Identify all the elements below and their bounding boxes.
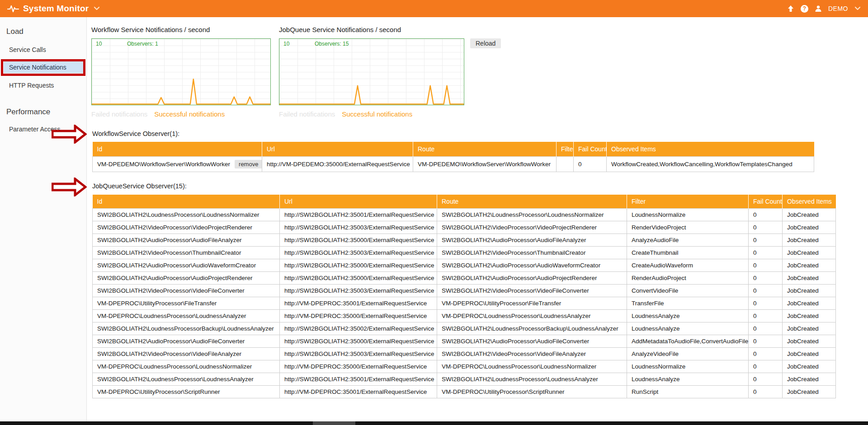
cell-observed-items: JobCreated [783,234,836,246]
up-arrow-icon[interactable] [787,5,794,12]
sidebar-item-parameter-access[interactable]: Parameter Access [9,126,61,133]
table-row: SWI2BGOLIATH2\VideoProcessor\ThumbnailCr… [93,246,836,259]
cell-filter: CreateThumbnail [627,246,749,259]
cell-id: VM-DPEPROC\LoudnessProcessor\LoudnessNor… [93,360,280,373]
sidebar-item-service-notifications[interactable]: Service Notifications [4,61,83,73]
chart-title-jobqueue: JobQueue Service Notifications / second [279,26,401,33]
table-row: SWI2BGOLIATH2\AudioProcessor\AudioWavefo… [93,259,836,271]
table-row: SWI2BGOLIATH2\VideoProcessor\VideoFileCo… [93,284,836,297]
table-row: VM-DPEPROC\UtilityProcessor\FileTransfer… [93,297,836,309]
cell-id: SWI2BGOLIATH2\AudioProcessor\AudioProjec… [93,271,280,284]
chart-legend-workflow: Failed notifications Successful notifica… [91,110,225,118]
cell-fail-count: 0 [749,246,783,259]
cell-fail-count: 0 [749,271,783,284]
cell-url: http://SWI2BGOLIATH2:35003/ExternalReque… [280,221,437,234]
remove-button[interactable]: remove [235,160,262,168]
cell-fail-count: 0 [749,385,783,398]
cell-observed-items: JobCreated [783,309,836,322]
cell-observed-items: JobCreated [783,335,836,347]
cell-observed-items: JobCreated [783,208,836,221]
column-header-id: Id [93,195,280,208]
app-menu-chevron-icon[interactable] [94,6,100,11]
workflow-observer-heading: WorkflowService Observer(1): [92,130,179,137]
cell-observed-items: JobCreated [783,360,836,373]
column-header-filter: Filter [627,195,749,208]
cell-route: SWI2BGOLIATH2\LoudnessProcessor\Loudness… [437,373,627,385]
cell-fail-count: 0 [749,309,783,322]
cell-id: VM-DPEPROC\UtilityProcessor\ScriptRunner [93,385,280,398]
cell-observed-items: JobCreated [783,347,836,360]
cell-url: http://SWI2BGOLIATH2:35003/ExternalReque… [280,284,437,297]
cell-url: http://VM-DPEPROC:35001/ExternalRequestS… [280,385,437,398]
cell-filter [557,156,574,172]
cell-filter: AnalyzeVideoFile [627,347,749,360]
sidebar-item-service-calls[interactable]: Service Calls [9,46,46,53]
app-title: System Monitor [23,4,89,14]
chart-series-plot [279,39,464,105]
sidebar-item-http-requests[interactable]: HTTP Requests [9,82,54,89]
cell-id: SWI2BGOLIATH2\AudioProcessor\AudioWavefo… [93,259,280,271]
chart-legend-jobqueue: Failed notifications Successful notifica… [279,110,412,118]
cell-filter: LoudnessNormalize [627,360,749,373]
column-header-observed-items: Observed Items [783,195,836,208]
column-header-route: Route [437,195,627,208]
cell-route: SWI2BGOLIATH2\LoudnessProcessorBackup\Lo… [437,322,627,335]
cell-id: SWI2BGOLIATH2\AudioProcessor\AudioFileAn… [93,234,280,246]
sidebar: Load Service Calls Service Notifications… [0,17,87,421]
table-row: VM-DPEPROC\UtilityProcessor\ScriptRunner… [93,385,836,398]
cell-url: http://SWI2BGOLIATH2:35000/ExternalReque… [280,259,437,271]
cell-route: SWI2BGOLIATH2\VideoProcessor\VideoFileCo… [437,284,627,297]
cell-observed-items: JobCreated [783,322,836,335]
cell-url: http://VM-DPEPROC:35000/ExternalRequestS… [280,360,437,373]
cell-url: http://VM-DPEDEMO:35000/ExternalRequestS… [262,156,413,172]
cell-observed-items: JobCreated [783,297,836,309]
chart-workflow: 10 Observers: 1 [91,38,271,105]
cell-filter: RenderAudioProject [627,271,749,284]
table-row: SWI2BGOLIATH2\VideoProcessor\VideoProjec… [93,221,836,234]
cell-route: VM-DPEPROC\LoudnessProcessor\LoudnessNor… [437,360,627,373]
pulse-icon [7,4,19,13]
cell-route: SWI2BGOLIATH2\AudioProcessor\AudioFileAn… [437,234,627,246]
cell-fail-count: 0 [749,208,783,221]
jobqueue-observer-table: IdUrlRouteFilterFail CountObserved Items… [92,195,836,398]
cell-fail-count: 0 [749,234,783,246]
horizontal-scrollbar[interactable] [0,421,868,425]
column-header-fail-count: Fail Count [574,142,607,156]
table-row: SWI2BGOLIATH2\AudioProcessor\AudioFileCo… [93,335,836,347]
user-name[interactable]: DEMO [828,5,848,12]
horizontal-scrollbar-thumb[interactable] [313,421,355,425]
cell-route: SWI2BGOLIATH2\LoudnessProcessor\Loudness… [437,208,627,221]
cell-route: SWI2BGOLIATH2\VideoProcessor\VideoFileAn… [437,347,627,360]
cell-url: http://SWI2BGOLIATH2:35003/ExternalReque… [280,246,437,259]
cell-url: http://VM-DPEPROC:35000/ExternalRequestS… [280,309,437,322]
cell-id: SWI2BGOLIATH2\LoudnessProcessor\Loudness… [93,373,280,385]
cell-route: SWI2BGOLIATH2\AudioProcessor\AudioWavefo… [437,259,627,271]
cell-fail-count: 0 [749,373,783,385]
cell-fail-count: 0 [749,284,783,297]
table-row: SWI2BGOLIATH2\LoudnessProcessor\Loudness… [93,373,836,385]
cell-filter: TransferFile [627,297,749,309]
cell-filter: LoudnessNormalize [627,208,749,221]
table-row: VM-DPEPROC\LoudnessProcessor\LoudnessNor… [93,360,836,373]
cell-route: VM-DPEDEMO\WorkflowServer\WorkflowWorker [413,156,557,172]
cell-id: SWI2BGOLIATH2\VideoProcessor\VideoProjec… [93,221,280,234]
cell-route: SWI2BGOLIATH2\AudioProcessor\AudioFileCo… [437,335,627,347]
table-row: SWI2BGOLIATH2\AudioProcessor\AudioProjec… [93,271,836,284]
table-row: SWI2BGOLIATH2\LoudnessProcessorBackup\Lo… [93,322,836,335]
cell-id: SWI2BGOLIATH2\AudioProcessor\AudioFileCo… [93,335,280,347]
cell-filter: LoudnessAnalyze [627,322,749,335]
cell-id: VM-DPEPROC\LoudnessProcessor\LoudnessAna… [93,309,280,322]
help-icon[interactable]: ? [801,5,808,13]
cell-id: VM-DPEDEMO\WorkflowServer\WorkflowWorker… [93,156,262,172]
cell-fail-count: 0 [749,347,783,360]
cell-fail-count: 0 [749,322,783,335]
cell-observed-items: JobCreated [783,221,836,234]
table-row: SWI2BGOLIATH2\VideoProcessor\VideoFileAn… [93,347,836,360]
user-menu-chevron-icon[interactable] [854,6,861,11]
cell-url: http://SWI2BGOLIATH2:35001/ExternalReque… [280,373,437,385]
cell-filter: LoudnessAnalyze [627,373,749,385]
table-row: VM-DPEDEMO\WorkflowServer\WorkflowWorker… [93,156,814,172]
cell-observed-items: JobCreated [783,246,836,259]
cell-id: SWI2BGOLIATH2\LoudnessProcessor\Loudness… [93,208,280,221]
reload-button[interactable]: Reload [470,38,501,48]
